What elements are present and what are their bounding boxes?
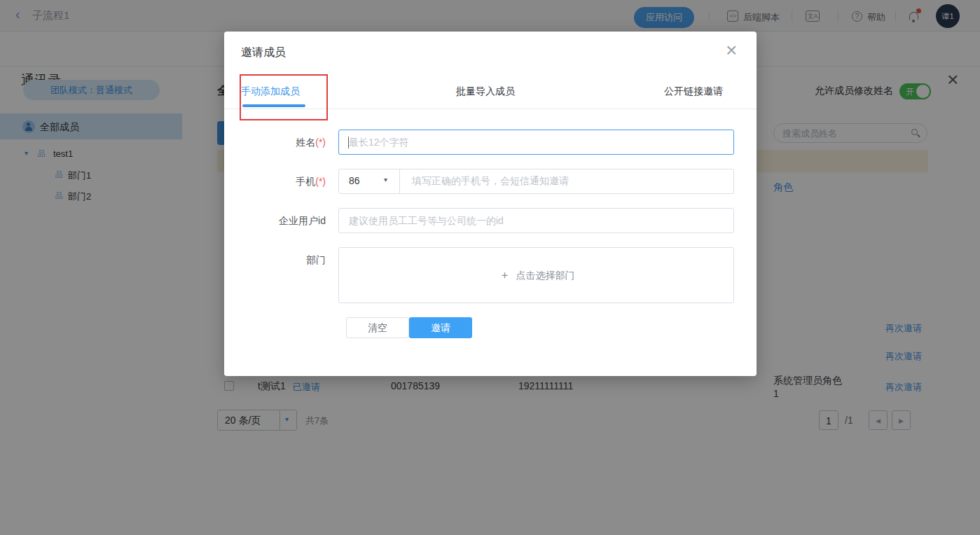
dept-picker[interactable]: ＋点击选择部门 [338,247,734,303]
clear-button[interactable]: 清空 [346,317,409,338]
tab-batch-import[interactable]: 批量导入成员 [456,85,515,98]
required-mark: (*) [315,176,326,187]
name-field [338,130,734,155]
required-mark: (*) [315,137,326,148]
app-window: ‹ 子流程1 应用访问 </> 后端脚本 文A ? 帮助 谭1 通讯录 × 团队… [0,0,980,535]
plus-icon: ＋ [499,269,511,281]
phone-field-label: 手机(*) [224,176,326,188]
dept-field-label: 部门 [224,254,326,267]
modal-title: 邀请成员 [241,46,286,60]
phone-placeholder[interactable]: 填写正确的手机号，会短信通知邀请 [412,175,569,188]
invite-button[interactable]: 邀请 [409,317,472,338]
country-code-value: 86 [349,175,360,186]
tab-public-link[interactable]: 公开链接邀请 [664,85,723,98]
modal-close-icon[interactable]: × [726,39,737,62]
name-input[interactable] [349,131,720,153]
phone-field: 86 ▾ 填写正确的手机号，会短信通知邀请 [338,169,734,194]
country-code-select[interactable]: 86 ▾ [339,169,400,193]
userid-input[interactable] [349,209,720,232]
dept-picker-inner: ＋点击选择部门 [339,268,735,283]
annotation-highlight-box [240,74,328,120]
userid-field-label: 企业用户id [224,215,326,228]
name-field-label: 姓名(*) [224,137,326,149]
chevron-down-icon: ▾ [384,176,387,183]
dept-picker-label: 点击选择部门 [516,270,575,281]
userid-field [338,208,734,233]
